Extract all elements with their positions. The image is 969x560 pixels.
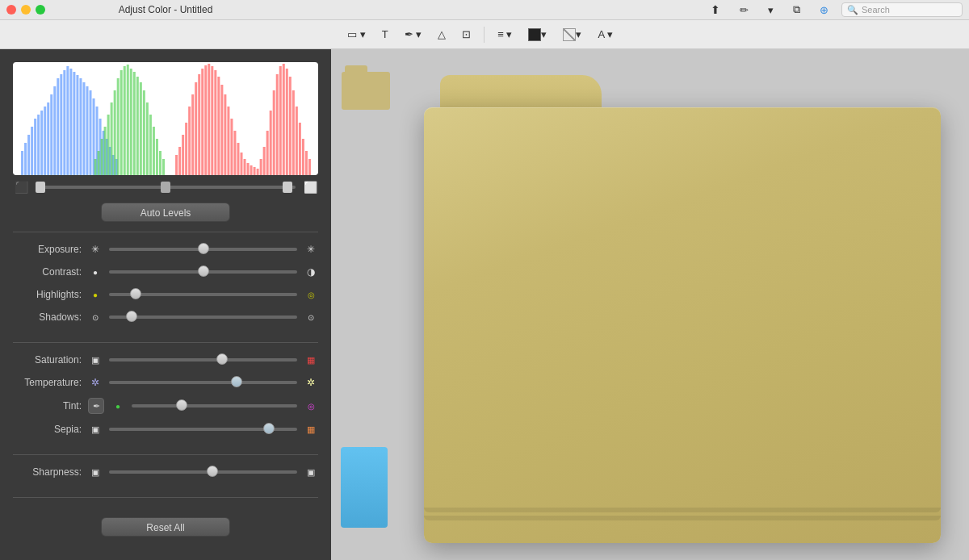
svg-rect-1 (24, 143, 27, 175)
svg-rect-84 (279, 66, 282, 175)
pen-tool-button[interactable]: ✒ ▾ (398, 24, 429, 45)
histogram-controls: ⬛ ⬜ (0, 182, 331, 203)
svg-rect-83 (276, 74, 279, 175)
svg-rect-56 (188, 107, 191, 175)
top-bar: Adjust Color - Untitled ⬆ ✏ ▾ ⧉ ⊕ 🔍 Sear… (0, 0, 969, 20)
share-button[interactable]: ⬆ (704, 0, 727, 20)
exposure-thumb[interactable] (198, 243, 209, 254)
svg-rect-20 (86, 86, 88, 175)
svg-rect-55 (185, 123, 187, 175)
svg-rect-77 (257, 169, 259, 175)
svg-rect-47 (149, 115, 152, 175)
sepia-thumb[interactable] (263, 423, 275, 434)
mid-thumb[interactable] (161, 182, 170, 193)
reset-all-button[interactable]: Reset All (101, 517, 230, 537)
svg-rect-15 (69, 69, 72, 175)
eyedropper-button[interactable]: ✒ (88, 398, 104, 414)
folder-line-2 (424, 516, 941, 520)
svg-rect-2 (27, 135, 30, 175)
shadows-thumb[interactable] (126, 311, 137, 322)
stripe-tool-button[interactable]: ▾ (556, 24, 588, 45)
saturation-left-icon: ▣ (88, 353, 103, 367)
svg-rect-44 (140, 82, 142, 175)
search-icon: 🔍 (847, 5, 858, 15)
saturation-right-icon: ▦ (304, 353, 318, 367)
svg-rect-18 (79, 78, 82, 175)
exposure-left-icon: ✳ (88, 242, 103, 257)
svg-rect-31 (98, 151, 100, 175)
svg-rect-60 (201, 69, 203, 175)
tint-row: Tint: ✒ ● ◎ (13, 398, 318, 414)
svg-rect-91 (302, 139, 304, 175)
svg-rect-9 (50, 94, 52, 175)
temperature-thumb[interactable] (231, 376, 242, 387)
svg-rect-14 (66, 66, 69, 175)
main-content: ⬛ ⬜ Auto Levels Exposure: ✳ ✳ Contras (0, 49, 969, 560)
shape-tool-button[interactable]: ▭ ▾ (341, 24, 372, 45)
contrast-slider[interactable] (109, 270, 297, 274)
svg-rect-30 (94, 159, 97, 175)
sharpness-left-icon: ▣ (88, 465, 103, 479)
crop-tool-button[interactable]: ⊡ (455, 24, 477, 45)
mountain-tool-button[interactable]: △ (431, 24, 452, 45)
exposure-slider[interactable] (109, 248, 297, 251)
pen-button[interactable]: ✏ (733, 0, 755, 20)
shadow-thumb[interactable] (36, 182, 45, 193)
sharpness-right-icon: ▣ (304, 465, 318, 479)
svg-rect-34 (107, 115, 110, 175)
svg-rect-41 (130, 69, 132, 175)
svg-rect-42 (133, 72, 136, 175)
shadows-slider[interactable] (109, 316, 297, 319)
divider-4 (13, 497, 318, 498)
highlights-row: Highlights: ● ◎ (13, 287, 318, 302)
lines-tool-button[interactable]: ≡ ▾ (491, 24, 518, 45)
auto-levels-button[interactable]: Auto Levels (101, 203, 230, 222)
minimize-button[interactable] (21, 5, 31, 15)
saturation-thumb[interactable] (216, 353, 228, 365)
sepia-label: Sepia: (13, 424, 82, 435)
highlights-slider[interactable] (109, 293, 297, 296)
svg-rect-78 (260, 159, 262, 175)
shadow-icon: ⬛ (13, 182, 29, 193)
sharpness-slider[interactable] (109, 470, 297, 474)
svg-rect-54 (182, 135, 184, 175)
svg-rect-61 (204, 65, 207, 175)
saturation-slider[interactable] (109, 358, 297, 361)
maximize-button[interactable] (36, 5, 45, 15)
shadows-right-icon: ⊙ (304, 310, 318, 324)
tint-thumb[interactable] (176, 399, 187, 411)
text-tool-button[interactable]: T (375, 24, 395, 45)
square-color-button[interactable]: ▾ (522, 24, 553, 45)
copy-button[interactable]: ⧉ (787, 0, 807, 20)
nav-icon-button[interactable]: ⊕ (813, 0, 835, 20)
dropdown-button[interactable]: ▾ (761, 0, 780, 20)
sharpness-thumb[interactable] (207, 466, 218, 477)
contrast-label: Contrast: (13, 266, 82, 278)
sepia-slider[interactable] (109, 428, 297, 431)
contrast-left-icon: ● (88, 265, 103, 279)
close-button[interactable] (6, 5, 16, 15)
svg-rect-3 (31, 127, 33, 175)
svg-rect-71 (237, 143, 239, 175)
svg-rect-4 (34, 119, 36, 175)
temperature-slider[interactable] (109, 381, 297, 384)
search-bar[interactable]: 🔍 Search (841, 2, 963, 17)
svg-rect-51 (162, 159, 165, 175)
histogram-track[interactable] (36, 186, 296, 189)
tint-slider[interactable] (132, 404, 297, 407)
svg-rect-8 (47, 102, 49, 175)
svg-rect-75 (250, 165, 253, 175)
highlight-thumb[interactable] (283, 182, 292, 193)
font-tool-button[interactable]: A ▾ (591, 24, 619, 45)
sharpness-label: Sharpness: (13, 466, 82, 478)
exposure-right-icon: ✳ (304, 242, 318, 257)
sepia-right-icon: ▦ (304, 422, 318, 437)
highlights-thumb[interactable] (130, 288, 141, 299)
svg-rect-80 (266, 131, 269, 175)
sharpness-row: Sharpness: ▣ ▣ (13, 465, 318, 479)
small-folder-body (342, 72, 390, 110)
contrast-thumb[interactable] (198, 265, 209, 277)
svg-rect-19 (82, 82, 85, 175)
svg-rect-38 (120, 70, 123, 175)
highlights-left-icon: ● (88, 287, 103, 302)
